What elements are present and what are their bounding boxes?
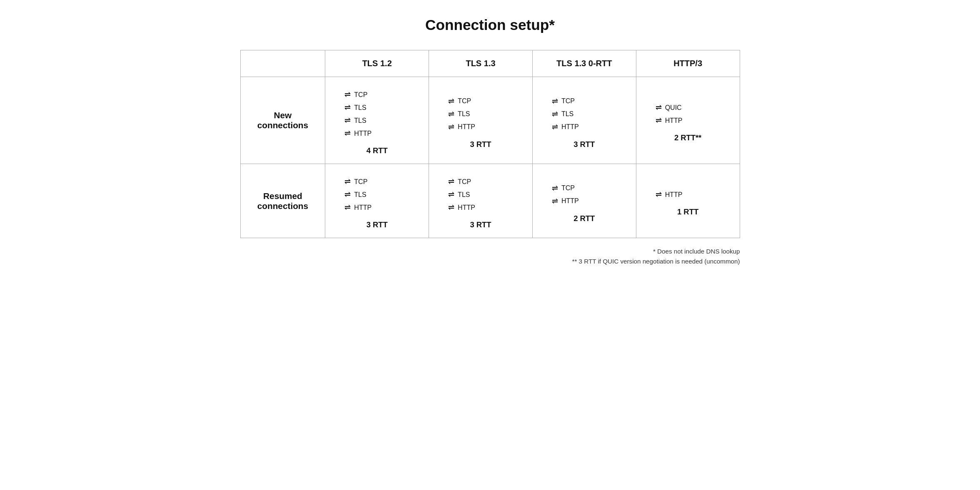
cell-row0-col2: ⇌TCP⇌TLS⇌HTTP3 RTT [532,77,636,164]
arrow-icon-row1-col1-0: ⇌ [448,177,454,186]
arrow-icon-row1-col0-1: ⇌ [344,190,351,199]
protocol-item-row1-col0-2: ⇌HTTP [344,203,372,212]
protocol-item-row0-col0-0: ⇌TCP [344,90,367,99]
page-container: Connection setup* TLS 1.2 TLS 1.3 TLS 1.… [240,17,740,267]
cell-content-row1-col3: ⇌HTTP [643,185,733,204]
cell-row0-col0: ⇌TCP⇌TLS⇌TLS⇌HTTP4 RTT [325,77,429,164]
cell-content-row0-col0: ⇌TCP⇌TLS⇌TLS⇌HTTP [332,85,422,143]
protocol-item-row0-col2-2: ⇌HTTP [552,123,579,132]
protocol-label-row1-col2-0: TCP [561,184,575,192]
rtt-label-row0-col2: 3 RTT [539,137,629,149]
row-label-1: Resumedconnections [240,164,325,238]
footnote-2: ** 3 RTT if QUIC version negotiation is … [240,256,740,266]
arrow-icon-row0-col3-1: ⇌ [656,116,662,125]
protocol-item-row0-col0-3: ⇌HTTP [344,129,372,138]
arrow-icon-row0-col2-0: ⇌ [552,97,558,106]
protocol-label-row1-col1-0: TCP [458,178,471,186]
cell-row0-col1: ⇌TCP⇌TLS⇌HTTP3 RTT [429,77,533,164]
rtt-label-row1-col1: 3 RTT [436,217,526,229]
arrow-icon-row0-col1-1: ⇌ [448,110,454,119]
footnotes: * Does not include DNS lookup ** 3 RTT i… [240,246,740,267]
protocol-label-row1-col0-0: TCP [354,178,367,186]
protocol-item-row1-col1-0: ⇌TCP [448,177,471,186]
protocol-label-row0-col0-2: TLS [354,117,366,124]
protocol-item-row1-col1-2: ⇌HTTP [448,203,475,212]
footnote-1: * Does not include DNS lookup [240,246,740,256]
protocol-label-row1-col1-1: TLS [458,191,470,199]
comparison-table: TLS 1.2 TLS 1.3 TLS 1.3 0-RTT HTTP/3 New… [240,50,740,238]
protocol-label-row0-col3-1: HTTP [665,117,683,124]
protocol-item-row0-col3-0: ⇌QUIC [656,103,682,112]
arrow-icon-row0-col1-2: ⇌ [448,123,454,132]
arrow-icon-row1-col0-0: ⇌ [344,177,351,186]
protocol-label-row0-col0-3: HTTP [354,130,372,137]
arrow-icon-row0-col2-1: ⇌ [552,110,558,119]
rtt-label-row0-col0: 4 RTT [332,143,422,155]
cell-row1-col2: ⇌TCP⇌HTTP2 RTT [532,164,636,238]
arrow-icon-row1-col2-1: ⇌ [552,197,558,206]
rtt-label-row0-col1: 3 RTT [436,137,526,149]
arrow-icon-row0-col2-2: ⇌ [552,123,558,132]
protocol-label-row0-col0-1: TLS [354,104,366,112]
arrow-icon-row0-col3-0: ⇌ [656,103,662,112]
protocol-label-row1-col0-1: TLS [354,191,366,199]
col-header-tls13-0rtt: TLS 1.3 0-RTT [532,50,636,77]
row-label-0: Newconnections [240,77,325,164]
cell-row0-col3: ⇌QUIC⇌HTTP2 RTT** [636,77,740,164]
protocol-item-row0-col1-0: ⇌TCP [448,97,471,106]
protocol-item-row0-col1-1: ⇌TLS [448,110,470,119]
protocol-label-row0-col3-0: QUIC [665,104,682,112]
protocol-item-row1-col2-1: ⇌HTTP [552,197,579,206]
arrow-icon-row0-col0-2: ⇌ [344,116,351,125]
arrow-icon-row1-col1-1: ⇌ [448,190,454,199]
protocol-label-row1-col2-1: HTTP [561,197,579,205]
cell-row1-col3: ⇌HTTP1 RTT [636,164,740,238]
rtt-label-row1-col3: 1 RTT [643,204,733,216]
protocol-label-row0-col1-1: TLS [458,110,470,118]
cell-row1-col0: ⇌TCP⇌TLS⇌HTTP3 RTT [325,164,429,238]
page-title: Connection setup* [240,17,740,33]
protocol-item-row1-col0-1: ⇌TLS [344,190,366,199]
rtt-label-row0-col3: 2 RTT** [643,130,733,142]
protocol-label-row0-col0-0: TCP [354,91,367,99]
cell-content-row1-col0: ⇌TCP⇌TLS⇌HTTP [332,172,422,217]
protocol-label-row1-col0-2: HTTP [354,204,372,211]
cell-content-row0-col1: ⇌TCP⇌TLS⇌HTTP [436,92,526,137]
arrow-icon-row1-col3-0: ⇌ [656,190,662,199]
protocol-label-row0-col1-2: HTTP [458,123,475,131]
protocol-item-row0-col0-2: ⇌TLS [344,116,366,125]
protocol-label-row0-col2-1: TLS [561,110,574,118]
protocol-item-row1-col3-0: ⇌HTTP [656,190,683,199]
protocol-label-row0-col2-0: TCP [561,97,575,105]
col-header-tls12: TLS 1.2 [325,50,429,77]
cell-content-row0-col2: ⇌TCP⇌TLS⇌HTTP [539,92,629,137]
cell-content-row0-col3: ⇌QUIC⇌HTTP [643,98,733,130]
protocol-item-row1-col2-0: ⇌TCP [552,184,575,193]
arrow-icon-row0-col0-0: ⇌ [344,90,351,99]
arrow-icon-row1-col2-0: ⇌ [552,184,558,193]
cell-content-row1-col1: ⇌TCP⇌TLS⇌HTTP [436,172,526,217]
cell-row1-col1: ⇌TCP⇌TLS⇌HTTP3 RTT [429,164,533,238]
rtt-label-row1-col0: 3 RTT [332,217,422,229]
protocol-label-row0-col2-2: HTTP [561,123,579,131]
protocol-item-row1-col1-1: ⇌TLS [448,190,470,199]
protocol-item-row0-col3-1: ⇌HTTP [656,116,683,125]
protocol-item-row0-col2-0: ⇌TCP [552,97,575,106]
col-header-tls13: TLS 1.3 [429,50,533,77]
rtt-label-row1-col2: 2 RTT [539,211,629,223]
protocol-item-row0-col1-2: ⇌HTTP [448,123,475,132]
arrow-icon-row0-col0-1: ⇌ [344,103,351,112]
empty-header-cell [240,50,325,77]
arrow-icon-row0-col0-3: ⇌ [344,129,351,138]
protocol-label-row1-col1-2: HTTP [458,204,475,211]
arrow-icon-row1-col0-2: ⇌ [344,203,351,212]
protocol-label-row1-col3-0: HTTP [665,191,683,199]
protocol-item-row1-col0-0: ⇌TCP [344,177,367,186]
arrow-icon-row0-col1-0: ⇌ [448,97,454,106]
protocol-item-row0-col2-1: ⇌TLS [552,110,574,119]
col-header-http3: HTTP/3 [636,50,740,77]
cell-content-row1-col2: ⇌TCP⇌HTTP [539,179,629,211]
arrow-icon-row1-col1-2: ⇌ [448,203,454,212]
protocol-label-row0-col1-0: TCP [458,97,471,105]
protocol-item-row0-col0-1: ⇌TLS [344,103,366,112]
